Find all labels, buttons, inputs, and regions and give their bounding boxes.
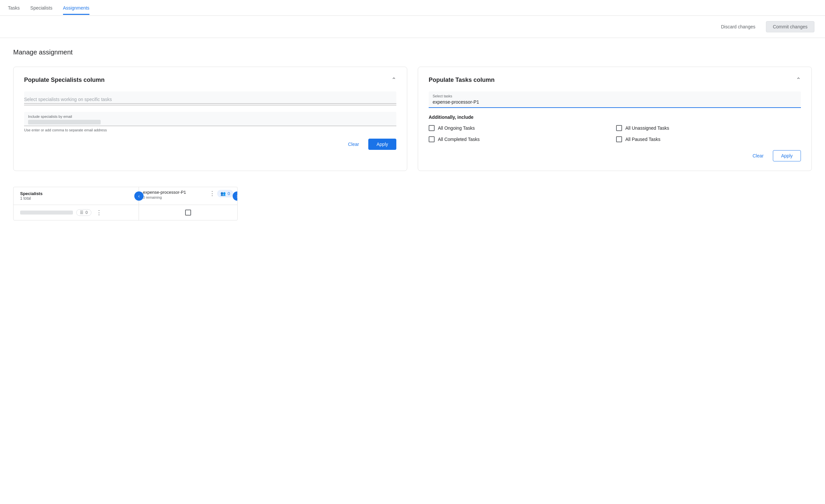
specialists-column-title: Specialists [20, 191, 132, 196]
task-col-content: expense-processor-P1 0 remaining [143, 190, 207, 199]
task-column-prev-arrow[interactable]: ‹ [134, 192, 144, 201]
specialists-clear-button[interactable]: Clear [344, 139, 363, 149]
checkbox-completed-label: All Completed Tasks [438, 137, 480, 142]
right-arrow-icon: › [237, 194, 238, 199]
select-tasks-box: Select tasks expense-processor-P1 [429, 91, 801, 108]
tasks-card-collapse-icon[interactable]: ⌃ [796, 76, 801, 83]
specialists-apply-button[interactable]: Apply [368, 139, 396, 150]
checkbox-unassigned-box[interactable] [616, 125, 622, 131]
specialist-name-blurred [20, 211, 73, 215]
task-column-badge: 👥 0 [217, 190, 233, 197]
main-content: Manage assignment Populate Specialists c… [0, 38, 825, 231]
checkboxes-grid: All Ongoing Tasks All Unassigned Tasks A… [429, 125, 801, 142]
checkbox-ongoing[interactable]: All Ongoing Tasks [429, 125, 613, 131]
specialist-cell: ☰ 0 ⋮ [13, 205, 139, 220]
specialists-header-cell: Specialists 1 total [13, 187, 139, 205]
cards-row: Populate Specialists column ⌃ Include sp… [13, 67, 812, 171]
list-icon: ☰ [80, 210, 83, 215]
checkbox-unassigned-label: All Unassigned Tasks [625, 126, 669, 131]
specialist-badge-count: 0 [85, 210, 88, 215]
email-hint: Use enter or add comma to separate email… [24, 128, 396, 132]
task-column-name: expense-processor-P1 [143, 190, 207, 195]
specialists-column-count: 1 total [20, 196, 132, 201]
table-body-row: ☰ 0 ⋮ [13, 205, 237, 220]
select-tasks-label: Select tasks [433, 94, 797, 98]
task-column-header: ‹ expense-processor-P1 0 remaining ⋮ 👥 0… [139, 187, 237, 205]
task-column-next-arrow[interactable]: › [233, 192, 238, 201]
task-column-menu-icon[interactable]: ⋮ [207, 190, 217, 197]
checkbox-completed-box[interactable] [429, 136, 435, 142]
tasks-card: Populate Tasks column ⌃ Select tasks exp… [418, 67, 812, 171]
checkbox-completed[interactable]: All Completed Tasks [429, 136, 613, 142]
task-column-remaining: 0 remaining [143, 195, 207, 199]
tasks-card-actions: Clear Apply [429, 150, 801, 161]
additionally-label: Additionally, include [429, 115, 801, 120]
task-assignment-cell [139, 205, 237, 220]
specialist-count-badge: ☰ 0 [76, 209, 91, 216]
tasks-apply-button[interactable]: Apply [773, 150, 801, 161]
select-tasks-value: expense-processor-P1 [433, 99, 797, 106]
tasks-clear-button[interactable]: Clear [749, 150, 768, 161]
specialists-card-header: Populate Specialists column ⌃ [24, 76, 396, 83]
specialist-row-menu-icon[interactable]: ⋮ [95, 209, 103, 216]
commit-changes-button[interactable]: Commit changes [766, 21, 814, 32]
top-navigation: Tasks Specialists Assignments [0, 0, 825, 16]
specialists-card-actions: Clear Apply [24, 139, 396, 150]
table-header-row: Specialists 1 total ‹ expense-processor-… [13, 187, 237, 205]
people-icon: 👥 [220, 191, 226, 196]
checkbox-paused[interactable]: All Paused Tasks [616, 136, 801, 142]
discard-changes-button[interactable]: Discard changes [716, 21, 761, 32]
tasks-card-title: Populate Tasks column [429, 77, 495, 83]
left-arrow-icon: ‹ [138, 194, 140, 199]
tab-tasks[interactable]: Tasks [8, 1, 20, 15]
email-field-box: Include specialists by email [24, 112, 396, 126]
email-field-label: Include specialists by email [28, 115, 392, 119]
specialists-select-field [24, 91, 396, 105]
specialists-card-title: Populate Specialists column [24, 77, 104, 83]
email-value-blurred [28, 120, 101, 125]
checkbox-paused-box[interactable] [616, 136, 622, 142]
specialists-card: Populate Specialists column ⌃ Include sp… [13, 67, 407, 171]
specialists-card-collapse-icon[interactable]: ⌃ [391, 76, 396, 83]
task-assignment-checkbox[interactable] [185, 210, 191, 216]
checkbox-ongoing-label: All Ongoing Tasks [438, 126, 475, 131]
page-title: Manage assignment [13, 49, 812, 56]
assignment-table: Specialists 1 total ‹ expense-processor-… [13, 187, 238, 220]
tab-specialists[interactable]: Specialists [30, 1, 53, 15]
tab-assignments[interactable]: Assignments [63, 1, 89, 15]
specialists-select-input[interactable] [24, 94, 396, 103]
checkbox-paused-label: All Paused Tasks [625, 137, 660, 142]
toolbar: Discard changes Commit changes [0, 16, 825, 38]
checkbox-unassigned[interactable]: All Unassigned Tasks [616, 125, 801, 131]
task-badge-count: 0 [228, 191, 230, 196]
checkbox-ongoing-box[interactable] [429, 125, 435, 131]
tasks-card-header: Populate Tasks column ⌃ [429, 76, 801, 83]
